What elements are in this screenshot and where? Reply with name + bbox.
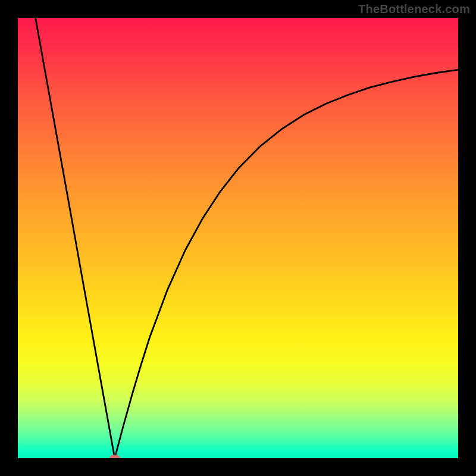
plot-area	[18, 18, 458, 458]
min-marker-dot	[109, 455, 120, 458]
watermark-label: TheBottleneck.com	[358, 2, 470, 16]
chart-frame: TheBottleneck.com	[0, 0, 476, 476]
bottleneck-curve	[18, 18, 458, 458]
